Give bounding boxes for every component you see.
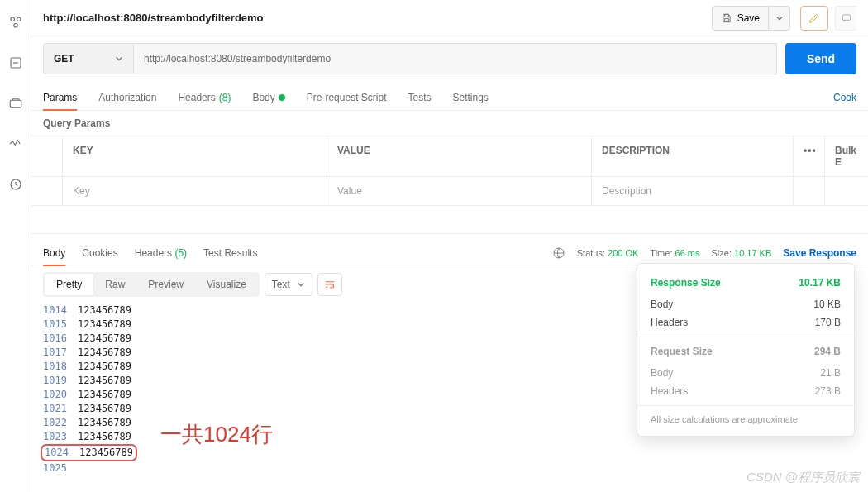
svg-rect-4 [10, 100, 21, 107]
tab-body[interactable]: Body [252, 85, 284, 110]
col-description: DESCRIPTION [592, 136, 794, 176]
col-options-icon[interactable]: ••• [794, 136, 825, 176]
size-tooltip: Response Size10.17 KB Body10 KB Headers1… [637, 263, 855, 437]
response-tabs: Body Cookies Headers (5) Test Results St… [31, 234, 868, 265]
value-input[interactable]: Value [327, 177, 592, 205]
tab-settings[interactable]: Settings [453, 85, 489, 110]
api-icon[interactable] [8, 55, 23, 73]
view-preview[interactable]: Preview [136, 274, 195, 295]
svg-rect-8 [842, 14, 850, 19]
save-caret-button[interactable] [769, 6, 790, 31]
svg-rect-6 [724, 14, 728, 17]
col-value: VALUE [327, 136, 592, 176]
query-params-heading: Query Params [31, 111, 868, 136]
tab-headers[interactable]: Headers (8) [178, 85, 231, 110]
save-button[interactable]: Save [712, 6, 769, 31]
chevron-down-icon [115, 55, 123, 63]
resp-tab-headers[interactable]: Headers (5) [135, 241, 187, 265]
tab-prerequest[interactable]: Pre-request Script [307, 85, 387, 110]
key-input[interactable]: Key [63, 177, 327, 205]
svg-point-0 [11, 17, 15, 21]
time-label: Time: 66 ms [650, 248, 699, 258]
status-label: Status: 200 OK [577, 248, 639, 258]
view-pretty[interactable]: Pretty [45, 274, 93, 295]
env-icon[interactable] [8, 96, 23, 113]
dot-icon [279, 94, 285, 101]
wrap-icon [323, 278, 336, 291]
url-input[interactable]: http://localhost:8080/streambodyfilterde… [134, 43, 777, 74]
col-key: KEY [63, 136, 327, 176]
tab-params[interactable]: Params [43, 85, 77, 111]
monitor-icon[interactable] [8, 136, 23, 154]
body-line: 1025 [43, 461, 856, 475]
view-raw[interactable]: Raw [93, 274, 136, 295]
description-input[interactable]: Description [592, 177, 794, 205]
send-button[interactable]: Send [785, 43, 856, 74]
history-icon[interactable] [8, 177, 23, 194]
resp-tab-cookies[interactable]: Cookies [82, 241, 117, 265]
tab-tests[interactable]: Tests [408, 85, 431, 110]
comment-icon [841, 12, 852, 24]
request-title: http://localhost:8080/streambodyfilterde… [43, 12, 264, 24]
chevron-down-icon [297, 280, 305, 289]
edit-button[interactable] [800, 6, 828, 31]
method-select[interactable]: GET [43, 43, 134, 74]
query-params-table: KEY VALUE DESCRIPTION ••• Bulk E Key Val… [31, 136, 868, 206]
svg-point-2 [13, 24, 17, 28]
bulk-edit-link[interactable]: Bulk E [825, 136, 868, 176]
tab-authorization[interactable]: Authorization [98, 85, 156, 110]
format-select[interactable]: Text [265, 273, 312, 296]
annotation-text: 一共1024行 [160, 420, 273, 449]
view-mode-segment: Pretty Raw Preview Visualize [43, 272, 260, 297]
resp-tab-body[interactable]: Body [43, 241, 65, 266]
svg-point-1 [17, 17, 21, 21]
pencil-icon [808, 12, 821, 25]
wrap-button[interactable] [317, 273, 342, 296]
disk-icon [721, 12, 732, 24]
collections-icon[interactable] [8, 15, 23, 32]
left-rail [0, 0, 31, 492]
titlebar: http://localhost:8080/streambodyfilterde… [31, 0, 868, 36]
comment-button[interactable] [835, 6, 856, 31]
view-visualize[interactable]: Visualize [195, 274, 258, 295]
request-tabs: Params Authorization Headers (8) Body Pr… [31, 81, 868, 111]
resp-tab-tests[interactable]: Test Results [203, 241, 257, 265]
cookies-link[interactable]: Cook [833, 92, 856, 103]
save-response-link[interactable]: Save Response [783, 247, 856, 259]
chevron-down-icon [775, 14, 784, 22]
size-label[interactable]: Size: 10.17 KB [711, 248, 771, 258]
svg-rect-7 [724, 18, 728, 21]
globe-icon[interactable] [552, 246, 565, 260]
